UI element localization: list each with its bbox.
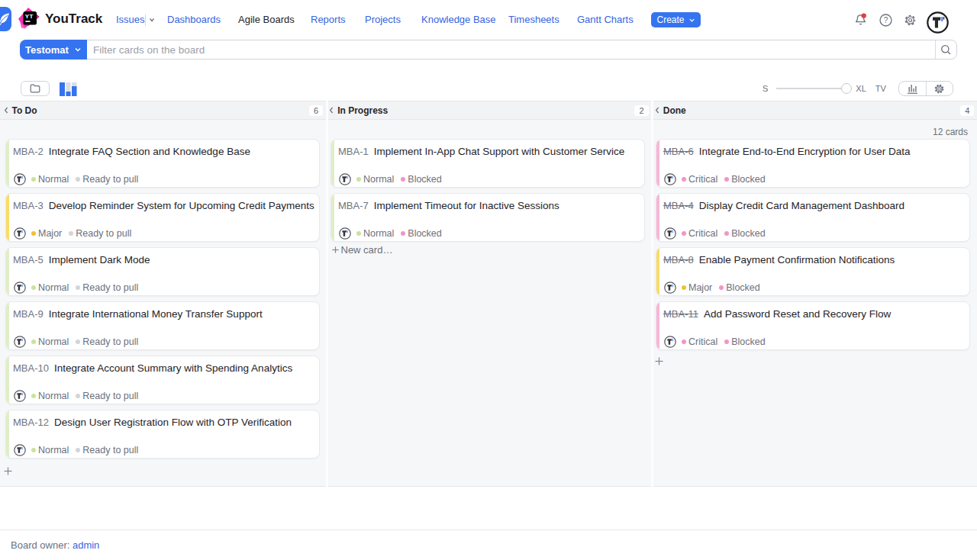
- svg-text:?: ?: [884, 16, 888, 24]
- svg-text:YT: YT: [25, 13, 34, 20]
